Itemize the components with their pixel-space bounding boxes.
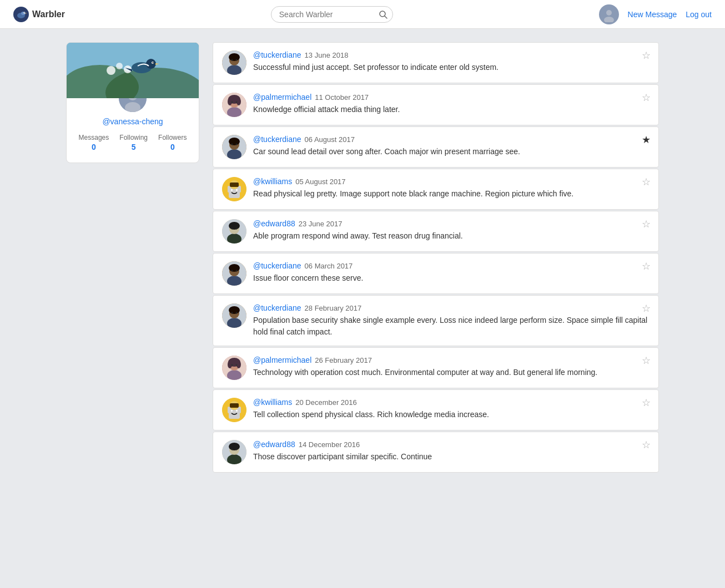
svg-rect-81	[239, 407, 241, 413]
svg-point-75	[236, 364, 238, 366]
tweet-card: @tuckerdiane 06 August 2017 Car sound le…	[213, 126, 659, 168]
tweet-header: @edward88 23 June 2017	[253, 219, 650, 228]
star-button[interactable]: ★	[642, 135, 651, 145]
tweet-username[interactable]: @edward88	[253, 440, 295, 449]
star-button[interactable]: ☆	[642, 261, 651, 271]
tweet-card: @tuckerdiane 13 June 2018 Successful min…	[213, 42, 659, 83]
svg-point-8	[604, 17, 614, 22]
tweet-body: @tuckerdiane 13 June 2018 Successful min…	[253, 50, 650, 73]
svg-point-54	[231, 228, 233, 230]
svg-point-4	[24, 12, 25, 13]
svg-point-60	[231, 270, 233, 272]
svg-point-39	[229, 138, 240, 145]
tweet-card: @kwilliams 05 August 2017 Read physical …	[213, 169, 659, 210]
tweet-date: 26 February 2017	[315, 356, 372, 364]
svg-point-18	[153, 62, 154, 63]
svg-point-40	[231, 144, 233, 145]
tweet-avatar	[222, 177, 246, 201]
tweet-username[interactable]: @tuckerdiane	[253, 303, 301, 312]
svg-point-55	[236, 228, 238, 230]
svg-point-26	[231, 59, 233, 61]
svg-point-87	[229, 443, 240, 450]
tweet-body: @tuckerdiane 06 March 2017 Issue floor c…	[253, 261, 650, 284]
svg-rect-83	[236, 410, 238, 412]
stat-messages: Messages 0	[79, 134, 109, 151]
tweet-username[interactable]: @palmermichael	[253, 93, 311, 102]
tweet-text: Issue floor concern these serve.	[253, 272, 650, 284]
tweet-avatar	[222, 135, 246, 159]
star-button[interactable]: ☆	[642, 219, 651, 229]
sidebar: @vanessa-cheng Messages 0 Following 5 Fo…	[66, 42, 199, 163]
tweet-card: @edward88 23 June 2017 Able program resp…	[213, 211, 659, 252]
svg-point-74	[231, 364, 233, 366]
search-button[interactable]	[379, 10, 387, 19]
followers-value[interactable]: 0	[170, 143, 175, 151]
svg-point-61	[236, 270, 238, 272]
svg-point-73	[236, 361, 241, 368]
tweet-username[interactable]: @tuckerdiane	[253, 50, 301, 59]
tweet-date: 23 June 2017	[299, 220, 343, 228]
svg-rect-45	[230, 183, 239, 187]
tweet-avatar	[222, 50, 246, 75]
tweet-date: 13 June 2018	[305, 51, 349, 59]
star-button[interactable]: ☆	[642, 398, 651, 408]
tweet-body: @palmermichael 26 February 2017 Technolo…	[253, 356, 650, 378]
tweet-body: @tuckerdiane 06 August 2017 Car sound le…	[253, 135, 650, 158]
svg-point-3	[24, 12, 26, 13]
tweet-header: @palmermichael 26 February 2017	[253, 356, 650, 364]
tweet-header: @kwilliams 05 August 2017	[253, 177, 650, 186]
svg-point-67	[236, 312, 238, 314]
nav-user-avatar[interactable]	[599, 4, 619, 24]
tweet-text: Read physical leg pretty. Image support …	[253, 188, 650, 200]
svg-point-7	[606, 10, 612, 16]
new-message-link[interactable]: New Message	[628, 10, 677, 19]
tweet-text: Able program respond wind away. Test rea…	[253, 230, 650, 242]
tweet-username[interactable]: @tuckerdiane	[253, 261, 301, 270]
profile-username[interactable]: @vanessa-cheng	[102, 117, 163, 126]
tweet-date: 05 August 2017	[295, 178, 345, 186]
warbler-icon	[13, 7, 29, 22]
profile-banner	[67, 43, 199, 98]
svg-point-25	[229, 53, 240, 61]
svg-point-88	[231, 449, 233, 450]
star-button[interactable]: ☆	[642, 303, 651, 313]
star-button[interactable]: ☆	[642, 440, 651, 450]
svg-point-34	[231, 102, 233, 103]
svg-rect-47	[239, 186, 241, 192]
tweet-avatar	[222, 219, 246, 244]
tweet-username[interactable]: @tuckerdiane	[253, 135, 301, 144]
search-icon	[379, 10, 387, 19]
tweet-date: 11 October 2017	[315, 93, 369, 102]
tweet-avatar	[222, 261, 246, 286]
nav-avatar-icon	[601, 7, 617, 22]
tweet-text: Car sound lead detail over song after. C…	[253, 146, 650, 158]
tweet-username[interactable]: @kwilliams	[253, 398, 292, 407]
tweet-avatar	[222, 356, 246, 380]
banner-bird-illustration	[67, 43, 199, 98]
tweet-username[interactable]: @palmermichael	[253, 356, 311, 364]
messages-label: Messages	[79, 134, 109, 141]
log-out-link[interactable]: Log out	[686, 10, 712, 19]
svg-line-6	[385, 16, 387, 18]
tweet-header: @tuckerdiane 06 March 2017	[253, 261, 650, 270]
star-button[interactable]: ☆	[642, 93, 651, 103]
svg-point-59	[229, 264, 240, 272]
navbar-right: New Message Log out	[599, 4, 712, 24]
tweet-body: @edward88 14 December 2016 Those discove…	[253, 440, 650, 463]
tweet-date: 28 February 2017	[305, 304, 362, 312]
star-button[interactable]: ☆	[642, 50, 651, 60]
tweet-header: @tuckerdiane 06 August 2017	[253, 135, 650, 144]
messages-value[interactable]: 0	[92, 143, 96, 151]
search-input[interactable]	[271, 6, 393, 23]
svg-point-66	[231, 312, 233, 314]
star-button[interactable]: ☆	[642, 177, 651, 187]
star-button[interactable]: ☆	[642, 356, 651, 366]
tweet-username[interactable]: @kwilliams	[253, 177, 292, 186]
tweet-card: @edward88 14 December 2016 Those discove…	[213, 432, 659, 473]
tweet-avatar	[222, 398, 246, 422]
svg-rect-82	[231, 410, 233, 412]
brand-name: Warbler	[32, 9, 65, 19]
brand-logo[interactable]: Warbler	[13, 7, 65, 22]
tweet-username[interactable]: @edward88	[253, 219, 295, 228]
following-value[interactable]: 5	[132, 143, 136, 151]
